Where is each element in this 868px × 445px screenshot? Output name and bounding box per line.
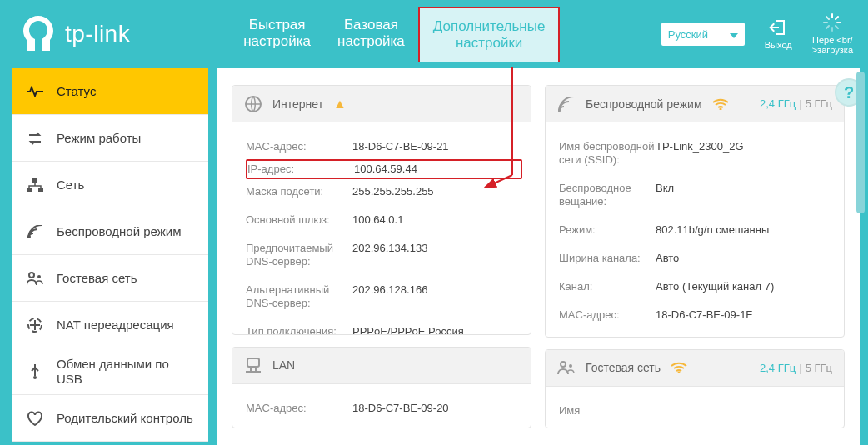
reload-button[interactable]: Пере <br/ >загрузка	[812, 13, 853, 55]
sidebar-item-label: NAT переадресация	[57, 318, 193, 332]
panel-internet: Интернет ▲ MAC-адрес:18-D6-C7-BE-09-21 I…	[232, 85, 531, 335]
brand-name: tp-link	[65, 21, 130, 48]
reload-label: Пере <br/ >загрузка	[812, 35, 853, 55]
lan-icon	[244, 357, 262, 373]
activity-icon	[27, 83, 43, 100]
field-wireless-mac: MAC-адрес:18-D6-C7-BE-09-1F	[559, 301, 831, 329]
chevron-down-icon	[730, 28, 738, 41]
logout-icon	[769, 18, 787, 37]
heart-icon	[27, 410, 43, 427]
sidebar-item-label: Родительский контроль	[57, 411, 193, 426]
language-select[interactable]: Русский	[661, 22, 745, 46]
panel-title: Интернет	[272, 98, 323, 111]
svg-line-8	[826, 26, 829, 28]
field-subnet-mask: Маска подсети:255.255.255.255	[246, 178, 517, 206]
network-icon	[27, 177, 43, 193]
svg-rect-11	[27, 188, 32, 192]
field-dns-primary: Предпочитаемый DNS-сервер:202.96.134.133	[246, 234, 517, 276]
field-broadcast: Беспроводное вещание:Вкл	[559, 174, 831, 216]
guest-icon	[557, 360, 576, 375]
field-channel: Канал:Авто (Текущий канал 7)	[559, 272, 831, 301]
sidebar-item-wireless[interactable]: Беспроводной режим	[12, 208, 208, 255]
svg-line-6	[826, 17, 829, 19]
signal-icon	[712, 98, 729, 110]
panel-title: LAN	[272, 358, 295, 372]
band-selector[interactable]: 2,4 ГГц|5 ГГц	[760, 98, 832, 110]
svg-rect-10	[32, 178, 37, 182]
sidebar: Статус Режим работы Сеть Беспроводной ре…	[12, 68, 208, 442]
band-selector[interactable]: 2,4 ГГц|5 ГГц	[760, 362, 832, 374]
tab-advanced-settings[interactable]: Дополнительные настройки	[418, 7, 561, 62]
logo-icon	[20, 14, 57, 54]
svg-point-22	[561, 362, 566, 367]
guest-icon	[27, 270, 43, 287]
svg-rect-19	[247, 358, 259, 367]
field-guest-name: Имя	[559, 397, 831, 425]
svg-point-14	[29, 272, 34, 278]
sidebar-item-network[interactable]: Сеть	[12, 162, 208, 208]
sidebar-item-parental-control[interactable]: Родительский контроль	[12, 395, 208, 442]
svg-point-23	[569, 364, 572, 368]
sidebar-item-label: Гостевая сеть	[57, 271, 193, 286]
logout-button[interactable]: Выход	[765, 18, 792, 50]
sidebar-item-label: Статус	[57, 84, 193, 99]
logout-label: Выход	[765, 40, 792, 50]
svg-line-9	[836, 17, 838, 19]
field-gateway: Основной шлюз:100.64.0.1	[246, 206, 517, 234]
sidebar-item-label: Обмен данными по USB	[57, 357, 193, 387]
panel-wireless: Беспроводной режим 2,4 ГГц|5 ГГц Имя бес…	[545, 85, 845, 338]
svg-line-7	[836, 26, 838, 28]
sidebar-item-label: Режим работы	[57, 131, 193, 146]
sidebar-item-nat-forwarding[interactable]: NAT переадресация	[12, 302, 208, 348]
wifi-icon	[557, 97, 576, 112]
language-value: Русский	[668, 28, 708, 41]
content-area: Интернет ▲ MAC-адрес:18-D6-C7-BE-09-21 I…	[217, 68, 860, 445]
svg-point-17	[33, 376, 37, 379]
svg-rect-12	[38, 188, 43, 192]
sidebar-item-operation-mode[interactable]: Режим работы	[12, 115, 208, 162]
scrollbar[interactable]	[856, 72, 865, 442]
reload-icon	[823, 13, 841, 32]
usb-icon	[27, 363, 43, 380]
field-ssid: Имя беспроводной сети (SSID):TP-Link_230…	[559, 132, 831, 174]
sidebar-item-guest-network[interactable]: Гостевая сеть	[12, 255, 208, 302]
field-mode: Режим:802.11b/g/n смешанны	[559, 216, 831, 244]
panel-lan: LAN MAC-адрес:18-D6-C7-BE-09-20	[232, 347, 531, 428]
field-ip-address: IP-адрес:100.64.59.44	[246, 159, 522, 179]
tab-quick-setup[interactable]: Быстрая настройка	[230, 7, 324, 62]
panel-guest-network: Гостевая сеть 2,4 ГГц|5 ГГц Имя	[545, 349, 845, 428]
panel-title: Беспроводной режим	[586, 98, 702, 111]
nat-icon	[27, 317, 43, 333]
panel-title: Гостевая сеть	[586, 361, 661, 374]
sidebar-item-label: Сеть	[57, 178, 193, 192]
svg-point-13	[27, 235, 31, 238]
field-lan-mac: MAC-адрес:18-D6-C7-BE-09-20	[246, 394, 517, 422]
sidebar-item-usb-sharing[interactable]: Обмен данными по USB	[12, 348, 208, 395]
warning-icon: ▲	[333, 97, 347, 112]
svg-point-15	[37, 275, 41, 278]
tab-basic-setup[interactable]: Базовая настройка	[324, 7, 418, 62]
scrollbar-thumb[interactable]	[856, 72, 865, 213]
brand-logo: tp-link	[20, 14, 130, 54]
sidebar-item-label: Беспроводной режим	[57, 224, 193, 239]
wifi-icon	[27, 223, 43, 240]
field-mac: MAC-адрес:18-D6-C7-BE-09-21	[246, 132, 517, 161]
field-connection-type: Тип подключения:PPPoE/PPPoE Россия	[246, 318, 517, 335]
field-state: СостояниеВыключено	[559, 329, 831, 338]
globe-icon	[244, 95, 262, 113]
svg-point-21	[719, 108, 721, 110]
svg-point-20	[558, 108, 561, 112]
field-dns-secondary: Альтернативный DNS-сервер:202.96.128.166	[246, 276, 517, 318]
field-channel-width: Ширина канала:Авто	[559, 244, 831, 272]
svg-point-24	[678, 372, 681, 374]
switch-icon	[27, 130, 43, 147]
sidebar-item-status[interactable]: Статус	[12, 68, 208, 115]
signal-icon	[671, 362, 687, 373]
